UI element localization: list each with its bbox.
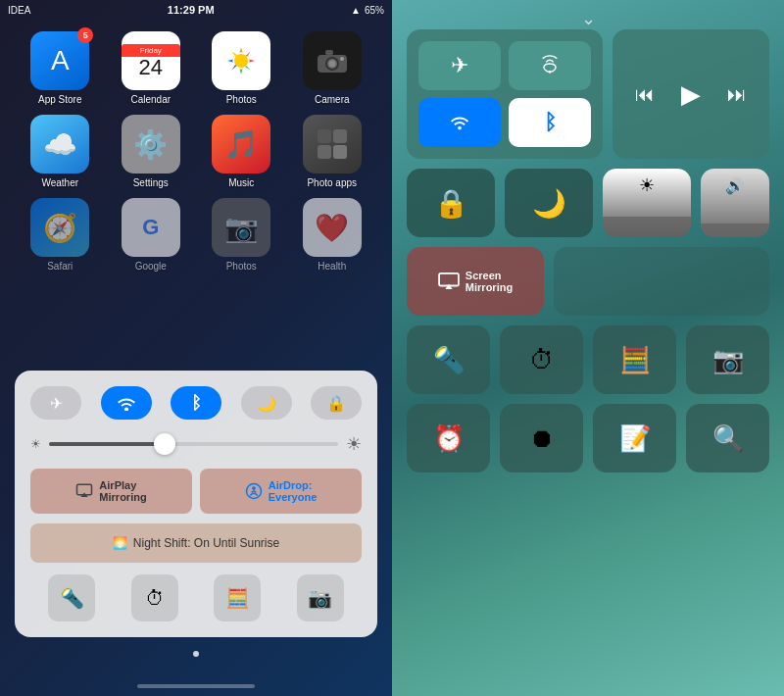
airdrop-button[interactable]: AirDrop:Everyone (200, 469, 362, 514)
ipad-alarm-button[interactable]: ⏰ (407, 404, 490, 472)
airplay-label: AirPlayMirroring (99, 479, 146, 503)
svg-rect-16 (439, 273, 459, 286)
photos-label: Photos (226, 94, 257, 105)
airplane-toggle[interactable]: ✈ (30, 386, 81, 420)
app-icon-weather[interactable]: ☁️ Weather (20, 115, 101, 188)
ipad-airplane-toggle[interactable]: ✈ (418, 41, 501, 90)
rotation-toggle[interactable]: 🔒 (311, 386, 362, 420)
battery-percent: 65% (365, 5, 384, 16)
ipad-camera-button[interactable]: 📷 (686, 325, 769, 394)
night-shift-button[interactable]: 🌅 Night Shift: On Until Sunrise (30, 523, 362, 563)
safari-icon-img: 🧭 (30, 198, 89, 257)
ipad-donotdisturb-toggle[interactable]: 🌙 (505, 169, 593, 237)
screen-mirror-icon (438, 273, 460, 290)
media-prev-button[interactable]: ⏮ (631, 79, 659, 110)
ipad-wifi-icon (449, 113, 470, 132)
ipad-screen-mirror-button[interactable]: ScreenMirroring (407, 247, 544, 316)
brightness-slider-row: ☀ ☀ (30, 433, 362, 455)
app-icon-health[interactable]: ❤️ Health (292, 198, 373, 272)
photoapps-icon-img (303, 115, 362, 174)
right-panel: ⌄ ✈ (392, 0, 784, 696)
media-next-button[interactable]: ⏭ (723, 79, 751, 110)
ipad-flashlight-button[interactable]: 🔦 (407, 325, 490, 394)
ipad-cellular-toggle[interactable] (509, 41, 591, 90)
svg-rect-5 (325, 50, 333, 55)
ipad-mid-row: 🔒 🌙 ☀ 🔊 (407, 169, 769, 237)
app-icon-google[interactable]: G Google (111, 198, 192, 272)
ipad-calculator-button[interactable]: 🧮 (593, 325, 676, 394)
toggle-row: ✈ ᛒ 🌙 🔒 (30, 386, 362, 420)
camera-label: Camera (315, 94, 350, 105)
photoapps-icon-svg (316, 127, 349, 161)
cellular-icon (539, 55, 561, 76)
night-shift-label: Night Shift: On Until Sunrise (133, 536, 279, 550)
wifi-icon (117, 395, 136, 411)
bluetooth-toggle[interactable]: ᛒ (171, 386, 221, 420)
ipad-zoom-button[interactable]: 🔍 (686, 404, 769, 472)
svg-rect-8 (333, 129, 347, 143)
cc-bottom-icons: 🔦 ⏱ 🧮 📷 (30, 574, 362, 621)
left-panel: IDEA 11:29 PM ▲ 65% A 5 App Store Friday… (0, 0, 392, 696)
ipad-media-panel: ⏮ ▶ ⏭ (612, 29, 769, 159)
photos-icon-svg (223, 43, 259, 78)
photos2-icon-img: 📷 (212, 198, 270, 257)
airplay-button[interactable]: AirPlayMirroring (30, 469, 192, 514)
cc-calculator-button[interactable]: 🧮 (214, 574, 261, 621)
ipad-empty-slot (554, 247, 769, 316)
weather-label: Weather (41, 177, 78, 188)
media-play-button[interactable]: ▶ (681, 79, 701, 110)
settings-icon-img: ⚙️ (122, 115, 180, 174)
brightness-slider-track[interactable] (49, 442, 338, 446)
wifi-toggle[interactable] (101, 386, 152, 420)
airplay-airdrop-row: AirPlayMirroring AirDrop:Everyone (30, 469, 362, 514)
ipad-wifi-toggle[interactable] (418, 98, 501, 147)
cc-timer-button[interactable]: ⏱ (131, 574, 178, 621)
cc-flashlight-button[interactable]: 🔦 (48, 574, 95, 621)
brightness-min-icon: ☀ (30, 437, 41, 451)
app-icon-camera[interactable]: Camera (292, 31, 373, 105)
donotdisturb-toggle[interactable]: 🌙 (241, 386, 292, 420)
airdrop-icon (245, 482, 263, 500)
svg-point-6 (340, 57, 344, 61)
ipad-notes-button[interactable]: 📝 (593, 404, 676, 472)
ipad-brightness-slider[interactable]: ☀ (603, 169, 691, 237)
svg-point-15 (549, 71, 552, 74)
app-icon-safari[interactable]: 🧭 Safari (20, 198, 101, 272)
night-shift-icon: 🌅 (113, 536, 127, 550)
app-icon-photos[interactable]: Photos (201, 31, 282, 105)
ipad-util-row-1: 🔦 ⏱ 🧮 📷 (407, 325, 769, 394)
music-label: Music (228, 177, 254, 188)
photos2-label: Photos (226, 261, 257, 272)
ipad-bluetooth-toggle[interactable]: ᛒ (509, 98, 591, 147)
camera-icon-svg (316, 47, 349, 75)
app-badge: 5 (77, 27, 93, 43)
ipad-rotation-toggle[interactable]: 🔒 (407, 169, 495, 237)
ipad-control-center: ✈ ᛒ (407, 29, 769, 676)
ipad-screen-row: ScreenMirroring (407, 247, 769, 316)
signal-icon: ▲ (351, 5, 361, 16)
svg-marker-17 (445, 284, 452, 289)
music-icon-img: 🎵 (212, 115, 270, 174)
appstore-icon-img: A 5 (30, 31, 89, 90)
home-indicator (137, 684, 255, 688)
calendar-icon-img: Friday 24 (122, 31, 180, 90)
ipad-record-button[interactable]: ⏺ (500, 404, 583, 472)
cc-camera-button[interactable]: 📷 (297, 574, 344, 621)
svg-rect-9 (318, 145, 331, 159)
app-icon-music[interactable]: 🎵 Music (201, 115, 282, 188)
drag-indicator: ⌄ (581, 8, 596, 29)
app-icon-appstore[interactable]: A 5 App Store (20, 31, 101, 105)
app-icon-photos2[interactable]: 📷 Photos (201, 198, 282, 272)
app-icon-photoapps[interactable]: Photo apps (292, 115, 373, 188)
app-icon-calendar[interactable]: Friday 24 Calendar (111, 31, 192, 105)
ipad-volume-slider[interactable]: 🔊 (701, 169, 769, 237)
brightness-fill (603, 217, 691, 237)
svg-point-14 (252, 486, 256, 490)
app-icon-settings[interactable]: ⚙️ Settings (111, 115, 192, 188)
google-icon-img: G (122, 198, 180, 257)
settings-label: Settings (133, 177, 169, 188)
calendar-label: Calendar (130, 94, 171, 105)
status-bar: IDEA 11:29 PM ▲ 65% (0, 0, 392, 20)
ipad-timer-button[interactable]: ⏱ (500, 325, 583, 394)
time-label: 11:29 PM (168, 4, 215, 16)
